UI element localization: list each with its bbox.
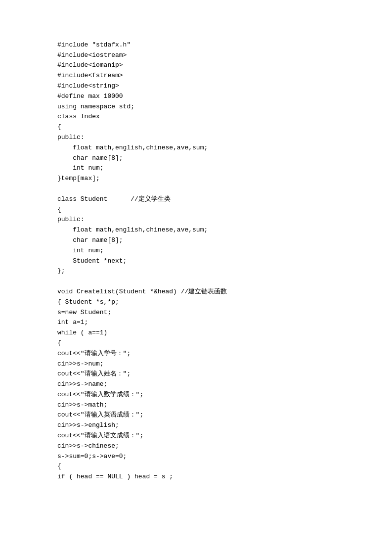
code-line: class Student //定义学生类	[57, 194, 362, 205]
code-line: cin>>s->math;	[57, 400, 362, 411]
code-line: class Index	[57, 112, 362, 122]
code-line: int num;	[57, 246, 362, 256]
code-line: if ( head == NULL ) head = s ;	[57, 472, 362, 482]
code-line: while ( a==1)	[57, 328, 362, 338]
code-line: s=new Student;	[57, 308, 362, 318]
code-line: { Student *s,*p;	[57, 297, 362, 308]
code-line: float math,english,chinese,ave,sum;	[57, 143, 362, 153]
code-line: cin>>s->num;	[57, 359, 362, 370]
code-line: char name[8];	[57, 153, 362, 164]
code-content: #include "stdafx.h"#include<iostream>#in…	[57, 30, 362, 482]
code-line: cout<<"请输入学号：";	[57, 349, 362, 359]
code-line: cout<<"请输入语文成绩：";	[57, 431, 362, 441]
code-line: }temp[max];	[57, 174, 362, 184]
code-line: public:	[57, 133, 362, 143]
code-line: cout<<"请输入英语成绩：";	[57, 410, 362, 420]
code-line: {	[57, 205, 362, 215]
code-line: #define max 10000	[57, 92, 362, 102]
code-line: cout<<"请输入姓名：";	[57, 369, 362, 379]
code-line: void Createlist(Student *&head) //建立链表函数	[57, 287, 362, 297]
code-line: cin>>s->name;	[57, 379, 362, 390]
code-line: #include<fstream>	[57, 71, 362, 81]
code-line: {	[57, 122, 362, 133]
code-line: cin>>s->english;	[57, 420, 362, 431]
code-line	[57, 277, 362, 287]
code-line: {	[57, 338, 362, 349]
code-line: cin>>s->chinese;	[57, 441, 362, 452]
code-line: cout<<"请输入数学成绩：";	[57, 390, 362, 400]
code-line: using namespace std;	[57, 102, 362, 112]
code-line: };	[57, 266, 362, 277]
code-line: float math,english,chinese,ave,sum;	[57, 225, 362, 235]
code-line: Student *next;	[57, 256, 362, 267]
code-line: {	[57, 462, 362, 472]
code-line: int num;	[57, 163, 362, 174]
code-line: #include "stdafx.h"	[57, 40, 362, 50]
code-line	[57, 184, 362, 194]
code-line: int a=1;	[57, 318, 362, 328]
code-line: public:	[57, 215, 362, 225]
code-line: #include<iostream>	[57, 50, 362, 61]
code-line: char name[8];	[57, 235, 362, 246]
code-line: #include<iomanip>	[57, 60, 362, 71]
code-line: #include<string>	[57, 81, 362, 92]
code-line: s->sum=0;s->ave=0;	[57, 452, 362, 462]
